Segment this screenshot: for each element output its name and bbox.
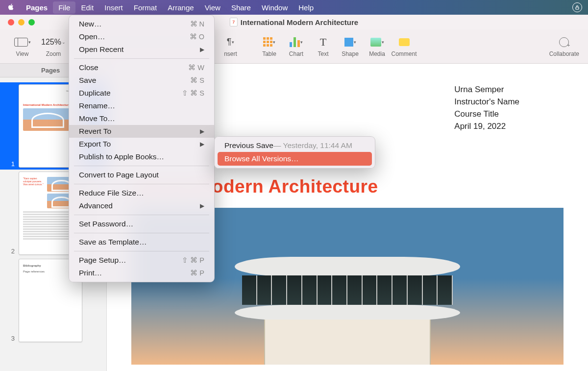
table-icon (263, 37, 272, 47)
menu-item-move-to[interactable]: Move To… (69, 112, 214, 125)
system-menubar: Pages File Edit Insert Format Arrange Vi… (0, 0, 588, 15)
menu-item-new[interactable]: New…⌘ N (69, 18, 214, 30)
menu-view[interactable]: View (199, 1, 226, 14)
menu-insert[interactable]: Insert (99, 1, 128, 14)
shape-button[interactable]: ▾ Shape (337, 36, 364, 57)
revert-to-submenu: Previous Save — Yesterday, 11:44 AM Brow… (214, 136, 375, 169)
collaborate-button[interactable]: Collaborate (549, 36, 579, 57)
menu-share[interactable]: Share (226, 1, 256, 14)
fullscreen-window-button[interactable] (28, 19, 35, 25)
menu-item-export-to[interactable]: Export To▶ (69, 138, 214, 150)
menu-file[interactable]: File (53, 1, 75, 14)
menu-item-save-template[interactable]: Save as Template… (69, 236, 214, 248)
chevron-right-icon: ▶ (200, 141, 204, 148)
comment-icon (399, 38, 410, 46)
menu-item-open-recent[interactable]: Open Recent▶ (69, 43, 214, 56)
document-title: International Modern Architecture (241, 18, 358, 26)
text-icon: T (320, 36, 326, 49)
view-button[interactable]: ▾ View (9, 36, 36, 57)
traffic-lights (0, 19, 35, 25)
menu-item-publish[interactable]: Publish to Apple Books… (69, 150, 214, 163)
menu-item-close[interactable]: Close⌘ W (69, 61, 214, 74)
chart-icon (290, 37, 300, 47)
sidebar-icon (14, 38, 28, 47)
menu-item-browse-all-versions[interactable]: Browse All Versions… (218, 152, 372, 166)
chevron-right-icon: ▶ (200, 202, 204, 209)
document-meta: Urna Semper Instructor's Name Course Tit… (454, 83, 519, 132)
text-button[interactable]: T Text (310, 36, 337, 57)
menu-item-duplicate[interactable]: Duplicate⇧ ⌘ S (69, 87, 214, 99)
menu-item-print[interactable]: Print…⌘ P (69, 267, 214, 279)
file-menu-dropdown: New…⌘ N Open…⌘ O Open Recent▶ Close⌘ W S… (69, 15, 215, 282)
menu-edit[interactable]: Edit (75, 1, 99, 14)
app-menu-pages[interactable]: Pages (21, 1, 53, 14)
media-button[interactable]: ▾ Media (364, 36, 391, 57)
menu-item-revert-to[interactable]: Revert To▶ (69, 125, 214, 138)
shape-icon (344, 38, 353, 47)
privacy-indicator-icon[interactable] (572, 2, 582, 12)
menu-format[interactable]: Format (128, 1, 163, 14)
menu-item-previous-save[interactable]: Previous Save — Yesterday, 11:44 AM (215, 139, 375, 152)
menu-item-set-password[interactable]: Set Password… (69, 218, 214, 230)
insert-button[interactable]: ¶▾ nsert (217, 36, 244, 57)
menu-window[interactable]: Window (256, 1, 293, 14)
comment-button[interactable]: Comment (391, 36, 417, 57)
svg-rect-0 (576, 7, 579, 10)
menu-item-save[interactable]: Save⌘ S (69, 74, 214, 87)
zoom-value: 125% (41, 38, 61, 47)
document-icon: 7 (230, 18, 238, 26)
collaborate-icon (559, 37, 569, 47)
chart-button[interactable]: ▾ Chart (283, 36, 310, 57)
menu-arrange[interactable]: Arrange (162, 1, 199, 14)
menu-item-open[interactable]: Open…⌘ O (69, 30, 214, 43)
zoom-button[interactable]: 125%⌄ Zoom (36, 36, 71, 57)
close-window-button[interactable] (8, 19, 14, 25)
chevron-right-icon: ▶ (200, 46, 204, 53)
media-icon (370, 38, 381, 47)
menu-item-rename[interactable]: Rename… (69, 99, 214, 112)
menu-item-convert[interactable]: Convert to Page Layout (69, 169, 214, 181)
menu-help[interactable]: Help (293, 1, 319, 14)
minimize-window-button[interactable] (18, 19, 24, 25)
chevron-right-icon: ▶ (200, 128, 204, 135)
apple-menu-icon[interactable] (6, 3, 16, 12)
menu-item-advanced[interactable]: Advanced▶ (69, 199, 214, 212)
table-button[interactable]: ▾ Table (256, 36, 283, 57)
menu-item-reduce[interactable]: Reduce File Size… (69, 187, 214, 199)
menu-item-page-setup[interactable]: Page Setup…⇧ ⌘ P (69, 254, 214, 267)
